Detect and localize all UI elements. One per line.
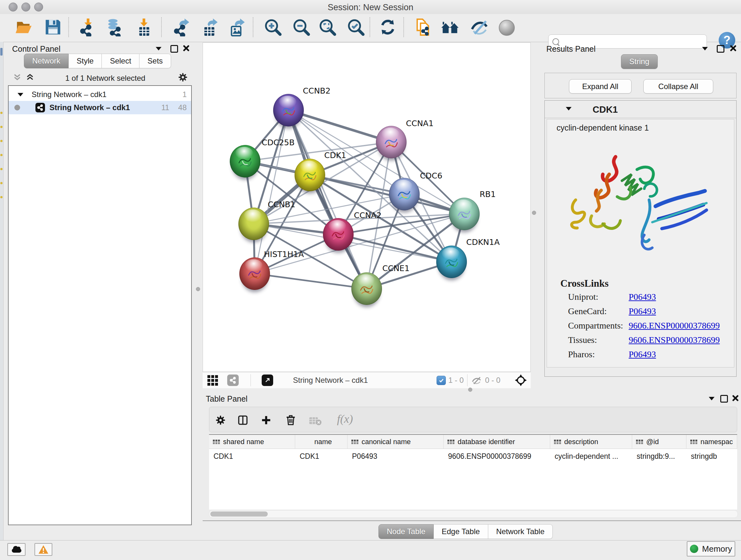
create-column-button[interactable]: [260, 415, 272, 427]
export-table-button[interactable]: [200, 18, 219, 37]
panel-menu-icon[interactable]: [709, 397, 715, 400]
network-node-cdc6[interactable]: [389, 178, 420, 210]
network-tree-child-row[interactable]: String Network – cdk1 11 48: [9, 101, 191, 114]
network-view-title: String Network – cdk1: [293, 372, 368, 388]
panel-close-icon[interactable]: [183, 45, 190, 52]
open-session-button[interactable]: [15, 18, 33, 37]
panel-close-icon[interactable]: [730, 45, 737, 52]
birdseye-grid-icon[interactable]: [207, 375, 218, 386]
panel-float-icon[interactable]: [717, 45, 724, 53]
network-node-ccne1[interactable]: [351, 272, 382, 305]
table-cell[interactable]: CDK1: [209, 449, 295, 463]
network-node-ccna1[interactable]: [376, 126, 407, 159]
crosslink-link[interactable]: 9606.ENSP00000378699: [629, 320, 720, 330]
network-node-rb1[interactable]: [449, 198, 480, 230]
fit-crosshair-icon[interactable]: [515, 374, 527, 388]
collapse-all-icon[interactable]: [13, 73, 22, 82]
panel-menu-icon[interactable]: [156, 47, 161, 51]
panel-close-icon[interactable]: [732, 395, 739, 401]
column-header-name[interactable]: name: [295, 435, 347, 449]
crosslink-link[interactable]: P06493: [629, 349, 656, 359]
tab-edge-table[interactable]: Edge Table: [434, 524, 488, 539]
column-header-canonical-name[interactable]: canonical name: [347, 435, 444, 449]
show-all-button[interactable]: [499, 20, 515, 36]
import-table-button[interactable]: [135, 18, 153, 37]
expand-all-icon[interactable]: [25, 73, 35, 82]
clone-network-button[interactable]: [414, 18, 432, 37]
export-network-button[interactable]: [172, 18, 191, 37]
column-header-namespac[interactable]: namespac: [686, 435, 737, 449]
network-tree-root-row[interactable]: String Network – cdk1 1: [9, 88, 191, 101]
tab-node-table[interactable]: Node Table: [379, 524, 434, 539]
network-node-ccnb2[interactable]: [273, 94, 304, 126]
control-panel: Control Panel NetworkStyleSelectSets 1 o…: [3, 42, 192, 540]
cloud-icon: [12, 549, 21, 553]
zoom-fit-button[interactable]: [318, 18, 337, 37]
table-cell[interactable]: CDK1: [295, 449, 347, 463]
cloud-button[interactable]: [7, 543, 25, 556]
tab-sets[interactable]: Sets: [139, 54, 171, 68]
network-node-cdc25b[interactable]: [230, 145, 260, 178]
open-in-window-icon[interactable]: [262, 374, 273, 386]
expand-all-button[interactable]: Expand All: [569, 79, 631, 94]
node-label-hist1h1a: HIST1H1A: [264, 250, 304, 259]
export-image-button[interactable]: [227, 18, 246, 37]
table-cell[interactable]: cyclin-dependent ...: [550, 449, 632, 463]
memory-button[interactable]: Memory: [687, 541, 735, 557]
tree-caret-icon[interactable]: [17, 93, 23, 97]
gene-section-header[interactable]: CDK1: [545, 101, 736, 118]
table-cell[interactable]: stringdb: [686, 449, 737, 463]
column-header-shared-name[interactable]: shared name: [209, 435, 295, 449]
column-header-description[interactable]: description: [550, 435, 632, 449]
network-node-cdkn1a[interactable]: [436, 246, 467, 278]
collapse-all-button[interactable]: Collapse All: [643, 79, 713, 94]
crosslink-link[interactable]: P06493: [629, 292, 656, 302]
column-header-database-identifier[interactable]: database identifier: [444, 435, 550, 449]
horizontal-splitter-handle[interactable]: [468, 388, 472, 392]
left-splitter-handle[interactable]: [196, 287, 200, 291]
warnings-button[interactable]: [35, 543, 52, 556]
panel-float-icon[interactable]: [171, 45, 178, 53]
apply-layout-button[interactable]: [379, 18, 397, 37]
tab-network-table[interactable]: Network Table: [488, 524, 553, 539]
delete-column-button[interactable]: [285, 414, 297, 427]
crosslink-link[interactable]: 9606.ENSP00000378699: [629, 335, 720, 345]
right-splitter-handle[interactable]: [532, 211, 536, 215]
column-header--id[interactable]: @id: [632, 435, 686, 449]
zoom-in-button[interactable]: [264, 18, 282, 37]
zoom-selected-button[interactable]: [347, 18, 365, 37]
import-network-database-button[interactable]: [105, 18, 124, 37]
table-cell[interactable]: 9606.ENSP00000378699: [444, 449, 550, 463]
table-settings-button[interactable]: [215, 415, 226, 427]
network-node-hist1h1a[interactable]: [239, 257, 270, 290]
panel-menu-icon[interactable]: [702, 47, 708, 51]
gear-icon[interactable]: [178, 72, 188, 83]
network-node-cdk1[interactable]: [294, 159, 325, 191]
string-badge-icon[interactable]: [227, 374, 239, 386]
table-cell[interactable]: stringdb:9...: [632, 449, 686, 463]
horizontal-scrollbar[interactable]: [209, 510, 738, 518]
network-canvas[interactable]: CCNB2CCNA1CDC25BCDK1CDC6RB1CCNB1CCNA2CDK…: [203, 43, 531, 372]
toolbar-separator: [369, 17, 370, 37]
zoom-out-button[interactable]: [292, 18, 311, 37]
first-neighbors-button[interactable]: [441, 18, 459, 37]
results-tab-string[interactable]: String: [621, 54, 658, 69]
crosslink-link[interactable]: P06493: [629, 306, 656, 316]
tab-select[interactable]: Select: [102, 54, 139, 68]
show-columns-button[interactable]: [237, 415, 249, 427]
node-table: shared namenamecanonical namedatabase id…: [209, 434, 737, 509]
panel-float-icon[interactable]: [720, 395, 728, 402]
network-node-ccna2[interactable]: [323, 218, 354, 251]
save-session-button[interactable]: [44, 18, 62, 37]
network-node-ccnb1[interactable]: [239, 207, 269, 240]
hide-selected-button[interactable]: [470, 18, 488, 37]
tab-network[interactable]: Network: [24, 54, 69, 68]
tab-style[interactable]: Style: [69, 54, 102, 68]
selected-checkbox[interactable]: [436, 376, 446, 385]
scrollbar-thumb[interactable]: [210, 511, 268, 516]
table-cell[interactable]: P06493: [347, 449, 444, 463]
eye-slash-icon: [470, 18, 488, 37]
section-caret-icon[interactable]: [566, 107, 571, 111]
import-network-file-button[interactable]: [79, 18, 97, 37]
tab-string[interactable]: String: [621, 54, 658, 69]
